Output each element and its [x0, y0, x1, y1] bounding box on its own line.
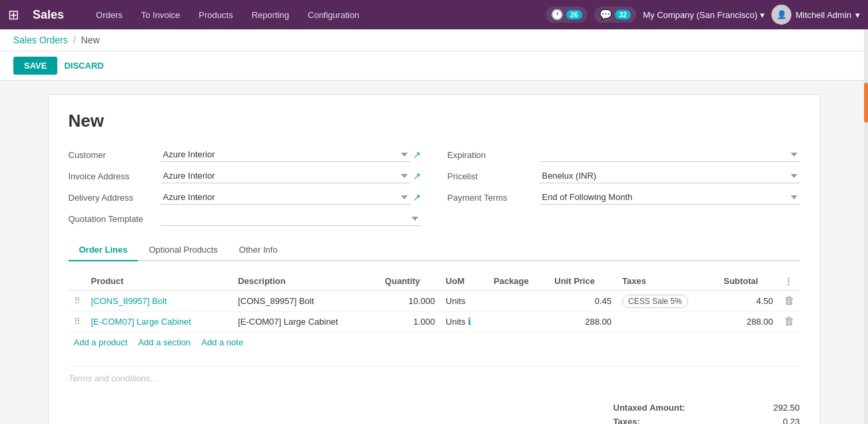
untaxed-amount-value: 292.50 — [747, 403, 800, 413]
pricelist-row: Pricelist Benelux (INR) — [448, 169, 800, 183]
delivery-address-select[interactable]: Azure Interior — [161, 190, 410, 205]
product-description: [CONS_89957] Bolt — [238, 296, 314, 306]
product-cell: [E-COM07] Large Cabinet — [86, 311, 233, 332]
terms-placeholder[interactable]: Terms and conditions... — [69, 373, 158, 383]
pricelist-input-wrap: Benelux (INR) — [540, 169, 800, 183]
app-grid-icon[interactable]: ⊞ — [8, 7, 19, 23]
scrollbar-thumb[interactable] — [864, 83, 868, 123]
invoice-address-external-link-icon[interactable]: ↗ — [413, 171, 421, 181]
unit-price-cell: 288.00 — [549, 311, 617, 332]
company-selector[interactable]: My Company (San Francisco) ▾ — [643, 10, 765, 20]
nav-orders[interactable]: Orders — [88, 6, 131, 24]
unit-price-value[interactable]: 0.45 — [595, 296, 612, 306]
tax-badge[interactable]: CESS Sale 5% — [622, 295, 688, 308]
expiration-select[interactable] — [540, 147, 800, 162]
nav-right: 🕐 26 💬 32 My Company (San Francisco) ▾ 👤… — [546, 5, 860, 25]
payment-terms-row: Payment Terms End of Following Month — [448, 190, 800, 205]
user-avatar: 👤 — [771, 5, 791, 25]
delete-cell: 🗑 — [779, 291, 800, 311]
taxes-cell: CESS Sale 5% — [617, 291, 718, 311]
th-taxes: Taxes — [617, 272, 718, 291]
form-fields: Customer Azure Interior ↗ Invoice Addres… — [69, 147, 800, 226]
customer-external-link-icon[interactable]: ↗ — [413, 149, 421, 160]
th-drag — [69, 272, 86, 291]
customer-select[interactable]: Azure Interior — [161, 147, 410, 162]
nav-to-invoice[interactable]: To Invoice — [133, 6, 189, 24]
pricelist-label: Pricelist — [448, 171, 534, 181]
quotation-template-select[interactable] — [161, 211, 421, 226]
product-name[interactable]: [CONS_89957] Bolt — [91, 296, 167, 306]
action-bar: SAVE DISCARD — [0, 51, 868, 81]
form-card: New Customer Azure Interior ↗ Invoice Ad… — [48, 94, 821, 424]
user-selector[interactable]: 👤 Mitchell Admin ▾ — [771, 5, 860, 25]
table-row: ⠿ [CONS_89957] Bolt [CONS_89957] Bolt 10… — [69, 291, 800, 311]
breadcrumb-current: New — [81, 35, 100, 45]
company-name: My Company (San Francisco) — [643, 10, 757, 20]
scrollbar[interactable] — [864, 29, 868, 424]
nav-links: Orders To Invoice Products Reporting Con… — [88, 6, 535, 24]
uom-cell: Units ℹ — [440, 311, 488, 332]
nav-configuration[interactable]: Configuration — [300, 6, 367, 24]
invoice-address-input-wrap: Azure Interior ↗ — [161, 169, 421, 183]
unit-price-cell: 0.45 — [549, 291, 617, 311]
product-quantity[interactable]: 10.000 — [408, 296, 435, 306]
quotation-template-label: Quotation Template — [69, 214, 155, 224]
delete-icon[interactable]: 🗑 — [784, 295, 795, 306]
th-uom: UoM — [440, 272, 488, 291]
column-menu-icon[interactable]: ⋮ — [784, 276, 793, 286]
th-quantity: Quantity — [380, 272, 440, 291]
message-count: 32 — [615, 10, 631, 19]
quotation-template-input-wrap — [161, 211, 421, 226]
expiration-label: Expiration — [448, 150, 534, 160]
drag-handle-icon[interactable]: ⠿ — [74, 296, 81, 306]
product-cell: [CONS_89957] Bolt — [86, 291, 233, 311]
product-name[interactable]: [E-COM07] Large Cabinet — [91, 317, 191, 327]
product-quantity[interactable]: 1.000 — [414, 317, 436, 327]
quotation-template-row: Quotation Template — [69, 211, 421, 226]
discard-button[interactable]: DISCARD — [64, 61, 103, 71]
totals-section: Untaxed Amount: 292.50 Taxes: 0.23 Total… — [69, 401, 800, 424]
top-navigation: ⊞ Sales Orders To Invoice Products Repor… — [0, 0, 868, 29]
taxes-label: Taxes: — [614, 417, 640, 424]
nav-products[interactable]: Products — [191, 6, 240, 24]
unit-price-value[interactable]: 288.00 — [585, 317, 612, 327]
user-name: Mitchell Admin — [795, 10, 851, 20]
drag-handle-icon[interactable]: ⠿ — [74, 317, 81, 327]
description-cell: [E-COM07] Large Cabinet — [232, 311, 380, 332]
tab-optional-products[interactable]: Optional Products — [138, 239, 228, 261]
th-subtotal: Subtotal — [718, 272, 778, 291]
description-cell: [CONS_89957] Bolt — [232, 291, 380, 311]
invoice-address-select[interactable]: Azure Interior — [161, 169, 410, 183]
add-section-link[interactable]: Add a section — [138, 337, 191, 347]
breadcrumb-separator: / — [73, 35, 76, 45]
message-badge[interactable]: 💬 32 — [594, 7, 636, 23]
nav-reporting[interactable]: Reporting — [244, 6, 297, 24]
add-product-link[interactable]: Add a product — [74, 337, 128, 347]
totals-table: Untaxed Amount: 292.50 Taxes: 0.23 Total… — [614, 401, 800, 424]
delete-icon[interactable]: 🗑 — [784, 315, 795, 327]
add-note-link[interactable]: Add a note — [201, 337, 243, 347]
pricelist-select[interactable]: Benelux (INR) — [540, 169, 800, 183]
subtotal-cell: 288.00 — [718, 311, 778, 332]
customer-row: Customer Azure Interior ↗ — [69, 147, 421, 162]
uom-cell: Units — [440, 291, 488, 311]
order-lines-table: Product Description Quantity UoM Package… — [69, 272, 800, 332]
th-product: Product — [86, 272, 233, 291]
tab-order-lines[interactable]: Order Lines — [69, 239, 139, 261]
message-icon: 💬 — [600, 9, 612, 21]
delivery-address-external-link-icon[interactable]: ↗ — [413, 192, 421, 203]
quantity-cell: 10.000 — [380, 291, 440, 311]
activity-badge[interactable]: 🕐 26 — [546, 7, 588, 23]
form-left-col: Customer Azure Interior ↗ Invoice Addres… — [69, 147, 421, 226]
untaxed-amount-row: Untaxed Amount: 292.50 — [614, 401, 800, 415]
tab-other-info[interactable]: Other Info — [228, 239, 288, 261]
save-button[interactable]: SAVE — [13, 57, 57, 75]
breadcrumb-bar: Sales Orders / New — [0, 29, 868, 51]
uom-info-icon[interactable]: ℹ — [468, 316, 471, 327]
payment-terms-select[interactable]: End of Following Month — [540, 190, 800, 205]
subtotal-value: 288.00 — [747, 317, 773, 327]
payment-terms-input-wrap: End of Following Month — [540, 190, 800, 205]
form-title: New — [69, 111, 800, 131]
breadcrumb-parent[interactable]: Sales Orders — [13, 35, 68, 45]
payment-terms-label: Payment Terms — [448, 193, 534, 203]
